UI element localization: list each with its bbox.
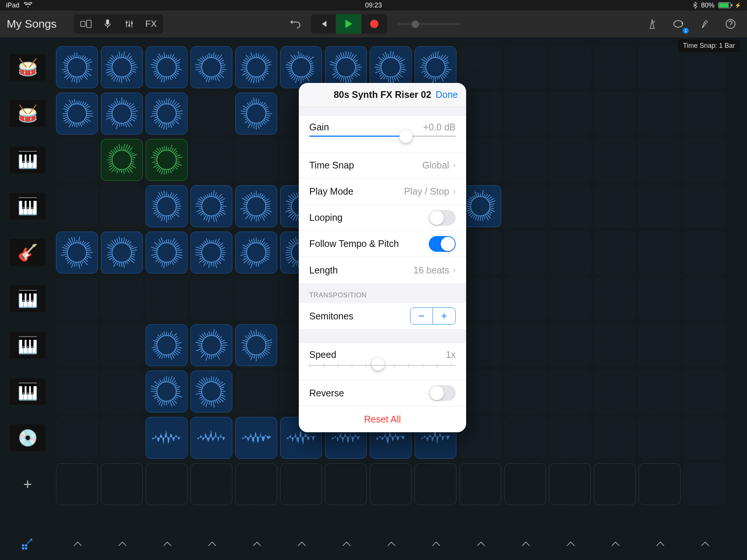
- loop-cell[interactable]: [549, 185, 591, 227]
- loop-cell[interactable]: [56, 463, 98, 505]
- instrument-thumb[interactable]: 💿: [10, 424, 46, 451]
- loop-cell[interactable]: [415, 463, 456, 505]
- back-to-songs[interactable]: My Songs: [7, 18, 56, 30]
- loop-cell[interactable]: [190, 324, 232, 366]
- loop-cell[interactable]: [235, 185, 277, 227]
- loop-cell[interactable]: [504, 139, 546, 181]
- play-mode-row[interactable]: Play Mode Play / Stop ›: [299, 179, 466, 205]
- loop-cell[interactable]: [101, 46, 143, 88]
- instrument-thumb[interactable]: 🎹: [10, 146, 46, 173]
- loop-cell[interactable]: [639, 324, 681, 366]
- loop-cell[interactable]: [594, 185, 636, 227]
- loop-button[interactable]: 1: [669, 15, 688, 33]
- loop-cell[interactable]: [504, 278, 546, 320]
- loop-cell[interactable]: [684, 324, 725, 366]
- loop-cell[interactable]: [594, 139, 636, 181]
- instrument-thumb[interactable]: 🥁: [10, 100, 46, 127]
- loop-cell[interactable]: [684, 278, 725, 320]
- track-header[interactable]: 🥁: [0, 90, 55, 137]
- loop-cell[interactable]: [504, 417, 546, 459]
- loop-cell[interactable]: [101, 185, 143, 227]
- loop-cell[interactable]: [549, 232, 591, 273]
- loop-cell[interactable]: [146, 278, 187, 320]
- loop-cell[interactable]: [101, 324, 143, 366]
- instrument-thumb[interactable]: 🥁: [10, 54, 46, 81]
- help-button[interactable]: [721, 15, 740, 33]
- track-header[interactable]: 🎸: [0, 229, 55, 276]
- loop-cell[interactable]: [594, 278, 636, 320]
- loop-cell[interactable]: [639, 463, 681, 505]
- loop-cell[interactable]: [684, 93, 725, 134]
- loop-cell[interactable]: [504, 324, 546, 366]
- loop-cell[interactable]: [101, 463, 143, 505]
- loop-cell[interactable]: [370, 463, 412, 505]
- speed-slider[interactable]: [309, 363, 456, 372]
- loop-cell[interactable]: [235, 93, 277, 134]
- master-volume-slider[interactable]: [397, 23, 461, 25]
- column-trigger[interactable]: [639, 533, 681, 555]
- loop-cell[interactable]: [594, 463, 636, 505]
- column-trigger[interactable]: [326, 533, 368, 555]
- loop-cell[interactable]: [504, 46, 546, 88]
- record-button[interactable]: [362, 14, 387, 34]
- loop-cell[interactable]: [594, 232, 636, 273]
- looping-toggle[interactable]: [429, 210, 456, 226]
- loop-cell[interactable]: [639, 93, 681, 134]
- loop-cell[interactable]: [56, 324, 98, 366]
- loop-cell[interactable]: [639, 46, 681, 88]
- track-header[interactable]: 🎹: [0, 368, 55, 415]
- loop-cell[interactable]: [235, 232, 277, 273]
- loop-cell[interactable]: [325, 463, 367, 505]
- loop-cell[interactable]: [146, 93, 187, 134]
- loop-cell[interactable]: [146, 46, 187, 88]
- loop-cell[interactable]: [190, 185, 232, 227]
- loop-cell[interactable]: [190, 417, 232, 459]
- loop-cell[interactable]: [684, 139, 725, 181]
- loop-cell[interactable]: [684, 46, 725, 88]
- loop-cell[interactable]: [101, 417, 143, 459]
- loop-cell[interactable]: [594, 46, 636, 88]
- loop-cell[interactable]: [594, 417, 636, 459]
- grid-edit-button[interactable]: [0, 538, 55, 550]
- loop-cell[interactable]: [235, 139, 277, 181]
- loop-cell[interactable]: [101, 232, 143, 273]
- loop-cell[interactable]: [325, 46, 367, 88]
- loop-cell[interactable]: [235, 324, 277, 366]
- loop-cell[interactable]: [190, 371, 232, 412]
- column-trigger[interactable]: [415, 533, 457, 555]
- done-button[interactable]: Done: [436, 89, 458, 100]
- loop-cell[interactable]: [146, 232, 187, 273]
- loop-cell[interactable]: [370, 46, 412, 88]
- loop-cell[interactable]: [684, 371, 725, 412]
- loop-cell[interactable]: [235, 371, 277, 412]
- loop-cell[interactable]: [594, 93, 636, 134]
- fx-button[interactable]: FX: [140, 16, 162, 32]
- column-trigger[interactable]: [57, 533, 99, 555]
- column-trigger[interactable]: [146, 533, 188, 555]
- loop-cell[interactable]: [684, 417, 725, 459]
- loop-cell[interactable]: [549, 463, 591, 505]
- loop-cell[interactable]: [146, 185, 187, 227]
- browser-toggle-button[interactable]: [75, 16, 97, 32]
- play-button[interactable]: [336, 14, 362, 34]
- column-trigger[interactable]: [191, 533, 233, 555]
- mixer-button[interactable]: [118, 16, 140, 32]
- loop-cell[interactable]: [684, 232, 725, 273]
- loop-cell[interactable]: [639, 278, 681, 320]
- loop-cell[interactable]: [101, 371, 143, 412]
- loop-cell[interactable]: [235, 278, 277, 320]
- loop-cell[interactable]: [639, 371, 681, 412]
- loop-cell[interactable]: [639, 139, 681, 181]
- column-trigger[interactable]: [102, 533, 143, 555]
- rewind-button[interactable]: [311, 14, 336, 34]
- column-trigger[interactable]: [281, 533, 323, 555]
- loop-cell[interactable]: [459, 46, 501, 88]
- loop-cell[interactable]: [56, 417, 98, 459]
- loop-cell[interactable]: [190, 93, 232, 134]
- loop-cell[interactable]: [549, 46, 591, 88]
- reset-all-button[interactable]: Reset All: [299, 406, 466, 432]
- loop-cell[interactable]: [56, 278, 98, 320]
- column-trigger[interactable]: [371, 533, 412, 555]
- loop-cell[interactable]: [684, 185, 725, 227]
- semitones-minus-button[interactable]: −: [410, 308, 433, 324]
